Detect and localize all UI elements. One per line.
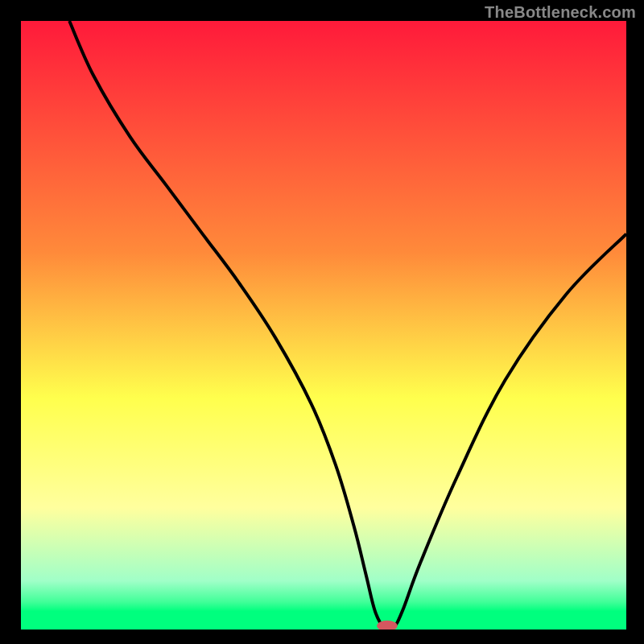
gradient-background <box>21 21 626 630</box>
optimal-marker <box>377 621 398 632</box>
credit-text: TheBottleneck.com <box>485 3 636 22</box>
chart-frame: TheBottleneck.com <box>0 0 644 644</box>
bottleneck-chart <box>0 0 644 644</box>
